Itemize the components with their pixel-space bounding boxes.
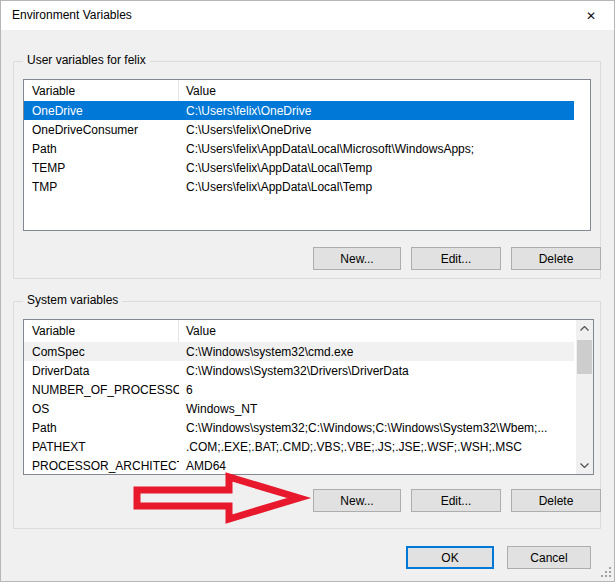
user-new-button[interactable]: New... [313, 247, 401, 270]
row-variable: PATHEXT [24, 440, 179, 454]
table-row[interactable]: Path C:\Windows\system32;C:\Windows;C:\W… [24, 418, 574, 437]
row-value: Windows_NT [179, 402, 574, 416]
row-variable: OneDrive [24, 104, 179, 118]
table-row[interactable]: NUMBER_OF_PROCESSORS 6 [24, 380, 574, 399]
vertical-scrollbar[interactable] [576, 320, 593, 474]
row-value: C:\Windows\system32;C:\Windows;C:\Window… [179, 421, 574, 435]
row-value: C:\Users\felix\AppData\Local\Temp [179, 180, 574, 194]
scroll-down-button[interactable] [576, 457, 593, 474]
row-variable: Path [24, 421, 179, 435]
row-variable: Path [24, 142, 179, 156]
title-bar[interactable]: Environment Variables ✕ [1, 1, 614, 30]
row-value: C:\Windows\system32\cmd.exe [179, 345, 574, 359]
system-new-button[interactable]: New... [313, 489, 401, 512]
table-row[interactable]: OneDriveConsumer C:\Users\felix\OneDrive [24, 120, 574, 139]
column-header-value[interactable]: Value [179, 320, 576, 342]
table-row[interactable]: PATHEXT .COM;.EXE;.BAT;.CMD;.VBS;.VBE;.J… [24, 437, 574, 456]
table-header: Variable Value [24, 80, 590, 101]
chevron-down-icon [580, 463, 589, 468]
system-variables-table[interactable]: Variable Value ComSpec C:\Windows\system… [23, 319, 594, 475]
row-variable: OS [24, 402, 179, 416]
row-value: C:\Users\felix\AppData\Local\Microsoft\W… [179, 142, 574, 156]
window-title: Environment Variables [12, 8, 132, 22]
table-row[interactable]: PROCESSOR_ARCHITECTURE AMD64 [24, 456, 574, 474]
table-row[interactable]: DriverData C:\Windows\System32\Drivers\D… [24, 361, 574, 380]
row-value: 6 [179, 383, 574, 397]
table-row[interactable]: OneDrive C:\Users\felix\OneDrive [24, 101, 574, 120]
resize-grip[interactable] [600, 566, 611, 577]
system-delete-button[interactable]: Delete [511, 489, 601, 512]
row-value: C:\Users\felix\OneDrive [179, 104, 574, 118]
scrollbar-thumb[interactable] [577, 340, 592, 374]
row-variable: DriverData [24, 364, 179, 378]
row-value: C:\Users\felix\AppData\Local\Temp [179, 161, 574, 175]
system-edit-button[interactable]: Edit... [411, 489, 501, 512]
close-button[interactable]: ✕ [568, 1, 614, 30]
row-value: AMD64 [179, 459, 574, 473]
column-header-value[interactable]: Value [179, 80, 590, 101]
row-variable: TEMP [24, 161, 179, 175]
ok-button[interactable]: OK [406, 546, 494, 569]
cancel-button[interactable]: Cancel [507, 546, 591, 569]
close-icon: ✕ [586, 9, 596, 23]
row-variable: ComSpec [24, 345, 179, 359]
user-variables-table[interactable]: Variable Value OneDrive C:\Users\felix\O… [23, 79, 591, 231]
table-row[interactable]: OS Windows_NT [24, 399, 574, 418]
row-value: C:\Windows\System32\Drivers\DriverData [179, 364, 574, 378]
user-variables-label: User variables for felix [23, 53, 150, 67]
chevron-up-icon [580, 326, 589, 331]
row-variable: TMP [24, 180, 179, 194]
table-row[interactable]: TMP C:\Users\felix\AppData\Local\Temp [24, 177, 574, 196]
table-row[interactable]: TEMP C:\Users\felix\AppData\Local\Temp [24, 158, 574, 177]
row-value: C:\Users\felix\OneDrive [179, 123, 574, 137]
row-variable: PROCESSOR_ARCHITECTURE [24, 459, 179, 473]
table-row[interactable]: ComSpec C:\Windows\system32\cmd.exe [24, 342, 574, 361]
system-variables-label: System variables [23, 293, 122, 307]
column-header-variable[interactable]: Variable [24, 80, 179, 101]
table-header: Variable Value [24, 320, 576, 342]
row-variable: OneDriveConsumer [24, 123, 179, 137]
row-value: .COM;.EXE;.BAT;.CMD;.VBS;.VBE;.JS;.JSE;.… [179, 440, 574, 454]
table-row[interactable]: Path C:\Users\felix\AppData\Local\Micros… [24, 139, 574, 158]
row-variable: NUMBER_OF_PROCESSORS [24, 383, 179, 397]
scroll-up-button[interactable] [576, 320, 593, 337]
user-edit-button[interactable]: Edit... [411, 247, 501, 270]
user-delete-button[interactable]: Delete [511, 247, 601, 270]
column-header-variable[interactable]: Variable [24, 320, 179, 342]
environment-variables-dialog: Environment Variables ✕ User variables f… [0, 0, 615, 582]
